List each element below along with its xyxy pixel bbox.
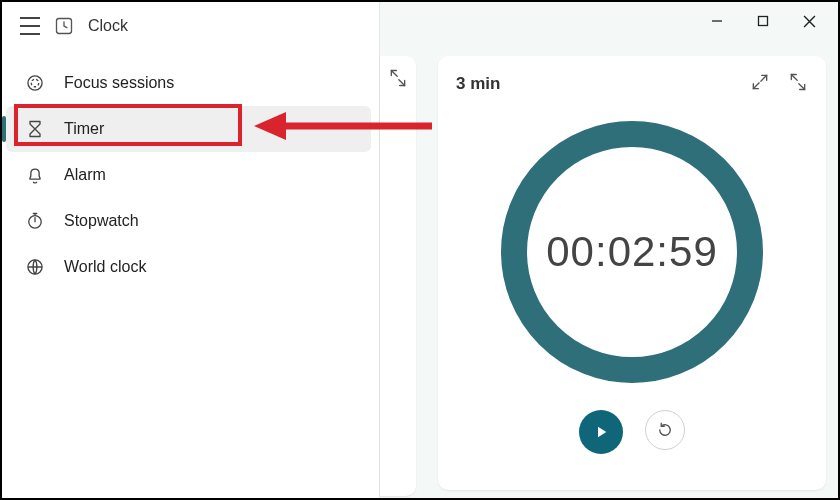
window-controls (694, 6, 832, 36)
clock-app-window: Clock Focus sessions Timer (0, 0, 840, 500)
timer-card-title: 3 min (456, 74, 500, 94)
sidebar-item-label: World clock (64, 258, 146, 276)
timer-time-display: 00:02:59 (492, 112, 772, 392)
stopwatch-icon (24, 211, 46, 231)
svg-point-2 (31, 79, 39, 87)
sidebar-item-label: Focus sessions (64, 74, 174, 92)
minimize-button[interactable] (694, 6, 740, 36)
compact-view-icon[interactable] (788, 72, 808, 96)
reset-button[interactable] (645, 410, 685, 450)
close-button[interactable] (786, 6, 832, 36)
bell-icon (24, 165, 46, 185)
previous-timer-card-stub (380, 56, 416, 496)
timer-controls (456, 410, 808, 454)
sidebar-item-label: Timer (64, 120, 104, 138)
timer-progress-ring: 00:02:59 (492, 112, 772, 392)
maximize-button[interactable] (740, 6, 786, 36)
expand-icon[interactable] (750, 72, 770, 96)
timer-card: 3 min (438, 56, 826, 490)
sidebar-item-label: Alarm (64, 166, 106, 184)
titlebar: Clock (2, 2, 379, 50)
sidebar-item-focus-sessions[interactable]: Focus sessions (2, 60, 379, 106)
compact-view-icon[interactable] (388, 68, 408, 92)
sidebar-item-label: Stopwatch (64, 212, 139, 230)
sidebar: Clock Focus sessions Timer (2, 2, 380, 498)
svg-point-1 (28, 76, 42, 90)
sidebar-item-alarm[interactable]: Alarm (2, 152, 379, 198)
sidebar-item-world-clock[interactable]: World clock (2, 244, 379, 290)
svg-rect-5 (759, 17, 768, 26)
hamburger-menu-button[interactable] (20, 17, 40, 35)
sidebar-item-stopwatch[interactable]: Stopwatch (2, 198, 379, 244)
main-area: 3 min (380, 2, 838, 498)
globe-icon (24, 257, 46, 277)
focus-sessions-icon (24, 73, 46, 93)
timer-card-header: 3 min (456, 72, 808, 96)
app-title: Clock (88, 17, 128, 35)
hourglass-icon (24, 119, 46, 139)
nav-list: Focus sessions Timer Alarm (2, 60, 379, 290)
play-button[interactable] (579, 410, 623, 454)
clock-app-icon (54, 16, 74, 36)
sidebar-item-timer[interactable]: Timer (6, 106, 371, 152)
